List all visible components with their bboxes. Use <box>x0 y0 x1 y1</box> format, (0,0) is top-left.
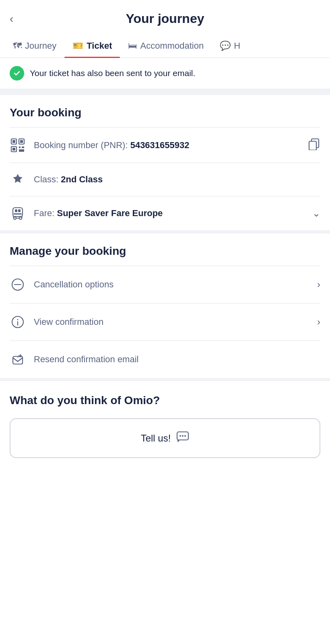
tab-accommodation[interactable]: 🛏 Accommodation <box>120 34 212 58</box>
svg-rect-1 <box>12 140 15 143</box>
copy-icon[interactable] <box>307 137 320 153</box>
svg-rect-5 <box>12 148 15 151</box>
resend-email-label: Resend confirmation email <box>34 354 320 365</box>
tab-help[interactable]: 💬 H <box>212 34 248 58</box>
help-icon: 💬 <box>220 41 231 51</box>
svg-rect-6 <box>19 147 21 148</box>
manage-section-title: Manage your booking <box>10 233 320 266</box>
svg-rect-12 <box>15 209 17 212</box>
journey-icon: 🗺 <box>13 41 22 51</box>
svg-rect-8 <box>19 149 24 152</box>
chat-icon <box>176 430 189 446</box>
manage-row-cancellation[interactable]: Cancellation options › <box>10 266 320 303</box>
fare-value: Super Saver Fare Europe <box>57 208 163 218</box>
tell-us-label: Tell us! <box>141 433 171 444</box>
svg-rect-13 <box>18 209 21 212</box>
booking-row-pnr: Booking number (PNR): 543631655932 <box>10 127 320 163</box>
fare-content: Fare: Super Saver Fare Europe <box>34 208 304 219</box>
manage-row-view-confirmation[interactable]: View confirmation › <box>10 303 320 341</box>
manage-section: Manage your booking Cancellation options… <box>0 233 330 378</box>
booking-section: Your booking Booking number (PNR): 54363… <box>0 95 330 230</box>
ticket-icon: 🎫 <box>72 41 83 51</box>
feedback-section: What do you think of Omio? Tell us! <box>0 378 330 468</box>
svg-rect-10 <box>309 141 316 150</box>
class-value: 2nd Class <box>61 174 103 184</box>
email-banner: Your ticket has also been sent to your e… <box>0 58 330 92</box>
svg-point-27 <box>182 435 184 437</box>
booking-section-title: Your booking <box>10 95 320 127</box>
tell-us-button[interactable]: Tell us! <box>10 418 320 458</box>
class-label: Class: <box>34 174 61 184</box>
svg-rect-7 <box>22 147 24 148</box>
svg-rect-14 <box>14 213 22 215</box>
class-content: Class: 2nd Class <box>34 174 320 185</box>
fare-label: Fare: <box>34 208 57 218</box>
booking-row-class: Class: 2nd Class <box>10 163 320 196</box>
pnr-value: 543631655932 <box>130 140 190 150</box>
svg-point-23 <box>17 319 19 320</box>
pnr-content: Booking number (PNR): 543631655932 <box>34 140 299 151</box>
booking-row-fare[interactable]: Fare: Super Saver Fare Europe ⌄ <box>10 196 320 230</box>
tab-journey[interactable]: 🗺 Journey <box>5 34 64 58</box>
star-icon <box>10 173 26 186</box>
view-confirmation-label: View confirmation <box>34 317 309 327</box>
train-icon <box>10 206 26 221</box>
accommodation-icon: 🛏 <box>128 41 137 51</box>
cancel-icon <box>10 277 26 292</box>
resend-email-icon <box>10 352 26 367</box>
pnr-label: Booking number (PNR): <box>34 140 130 150</box>
email-banner-text: Your ticket has also been sent to your e… <box>30 68 195 78</box>
tab-bar: 🗺 Journey 🎫 Ticket 🛏 Accommodation 💬 H <box>0 34 330 58</box>
feedback-title: What do you think of Omio? <box>10 394 320 407</box>
tab-journey-label: Journey <box>25 41 56 51</box>
header: ‹ Your journey <box>0 0 330 34</box>
tab-ticket-label: Ticket <box>87 41 112 51</box>
page-title: Your journey <box>126 11 204 26</box>
tab-ticket[interactable]: 🎫 Ticket <box>64 34 120 58</box>
manage-row-resend-email[interactable]: Resend confirmation email <box>10 341 320 378</box>
svg-point-28 <box>184 435 186 437</box>
section-divider-1 <box>0 92 330 95</box>
check-circle-icon <box>10 66 24 80</box>
tab-accommodation-label: Accommodation <box>140 41 204 51</box>
cancellation-chevron-icon: › <box>317 279 320 290</box>
cancellation-label: Cancellation options <box>34 279 309 290</box>
view-confirmation-chevron-icon: › <box>317 316 320 328</box>
qr-code-icon <box>10 138 26 153</box>
back-button[interactable]: ‹ <box>10 12 13 25</box>
info-icon <box>10 315 26 329</box>
svg-rect-3 <box>20 140 23 143</box>
fare-chevron-icon: ⌄ <box>312 208 320 219</box>
svg-point-26 <box>179 435 181 437</box>
section-divider-2 <box>0 230 330 233</box>
svg-rect-11 <box>13 208 23 217</box>
tab-help-label: H <box>234 41 240 51</box>
